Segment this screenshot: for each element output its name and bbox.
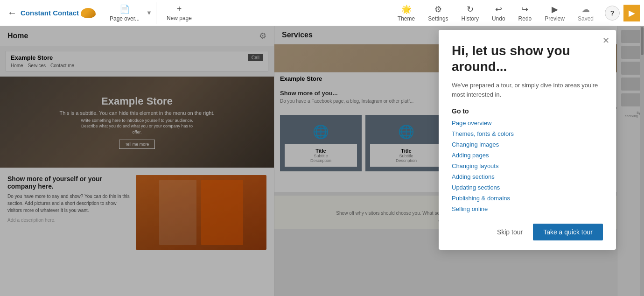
take-tour-button[interactable]: Take a quick tour — [533, 224, 603, 240]
modal-link-pages[interactable]: Adding pages — [452, 152, 603, 159]
preview-nav[interactable]: ▶ Preview — [539, 2, 570, 24]
undo-nav[interactable]: ↩ Undo — [486, 2, 511, 24]
settings-label: Settings — [428, 15, 448, 22]
toolbar-right: 🌟 Theme ⚙ Settings ↻ History ↩ Undo ↪ Re… — [392, 2, 640, 24]
theme-label: Theme — [398, 15, 415, 22]
gear-icon: ⚙ — [434, 4, 442, 14]
cloud-icon: ☁ — [581, 4, 590, 14]
tour-modal: ✕ Hi, let us show you around... We've pr… — [439, 30, 616, 250]
new-page-label: New page — [167, 15, 192, 21]
help-label: ? — [610, 9, 614, 17]
logo-text: Constant Contact — [21, 9, 79, 17]
toolbar: ← Constant Contact 📄 Page over... ▼ + Ne… — [0, 0, 644, 26]
settings-nav[interactable]: ⚙ Settings — [422, 2, 454, 24]
modal-subtitle: We've prepared a tour, or simply dive in… — [452, 81, 603, 99]
help-button[interactable]: ? — [605, 6, 620, 21]
modal-link-sections[interactable]: Adding sections — [452, 173, 603, 180]
modal-goto-label: Go to — [452, 107, 603, 115]
undo-label: Undo — [492, 15, 505, 22]
modal-link-themes[interactable]: Themes, fonts & colors — [452, 130, 603, 137]
modal-overlay: ✕ Hi, let us show you around... We've pr… — [0, 26, 644, 296]
modal-link-publishing[interactable]: Publishing & domains — [452, 195, 603, 202]
document-icon: 📄 — [119, 4, 130, 14]
history-label: History — [462, 15, 479, 22]
plus-icon: + — [177, 4, 182, 14]
dropdown-arrow[interactable]: ▼ — [146, 9, 152, 16]
orange-action-button[interactable]: ▶ — [623, 5, 640, 21]
theme-nav[interactable]: 🌟 Theme — [392, 2, 420, 24]
saved-label: Saved — [578, 15, 594, 22]
modal-link-layouts[interactable]: Changing layouts — [452, 162, 603, 169]
modal-footer: Skip tour Take a quick tour — [452, 224, 603, 240]
skip-tour-button[interactable]: Skip tour — [492, 226, 527, 239]
logo: Constant Contact — [21, 8, 96, 18]
modal-close-button[interactable]: ✕ — [602, 35, 609, 46]
modal-link-updating[interactable]: Updating sections — [452, 184, 603, 191]
page-nav-group: 📄 Page over... ▼ — [103, 2, 156, 24]
back-button[interactable]: ← — [4, 4, 21, 22]
saved-status: ☁ Saved — [572, 2, 599, 24]
modal-link-images[interactable]: Changing images — [452, 141, 603, 148]
orange-icon: ▶ — [629, 8, 635, 18]
redo-nav[interactable]: ↪ Redo — [513, 2, 538, 24]
history-icon: ↻ — [467, 4, 474, 14]
page-overview-label: Page over... — [110, 15, 140, 22]
undo-icon: ↩ — [495, 4, 502, 14]
redo-icon: ↪ — [521, 4, 528, 14]
preview-icon: ▶ — [552, 4, 558, 14]
modal-links: Page overview Themes, fonts & colors Cha… — [452, 120, 603, 212]
logo-icon — [81, 8, 96, 18]
page-overview-nav[interactable]: 📄 Page over... — [103, 2, 146, 24]
modal-link-page-overview[interactable]: Page overview — [452, 120, 603, 127]
preview-label: Preview — [545, 15, 565, 22]
theme-icon: 🌟 — [401, 4, 412, 14]
modal-title: Hi, let us show you around... — [452, 43, 603, 74]
modal-link-selling[interactable]: Selling online — [452, 205, 603, 212]
redo-label: Redo — [518, 15, 532, 22]
main-content: Home ⚙ Example Store Call Home Services … — [0, 26, 644, 296]
new-page-nav[interactable]: + New page — [160, 2, 198, 23]
history-nav[interactable]: ↻ History — [456, 2, 484, 24]
